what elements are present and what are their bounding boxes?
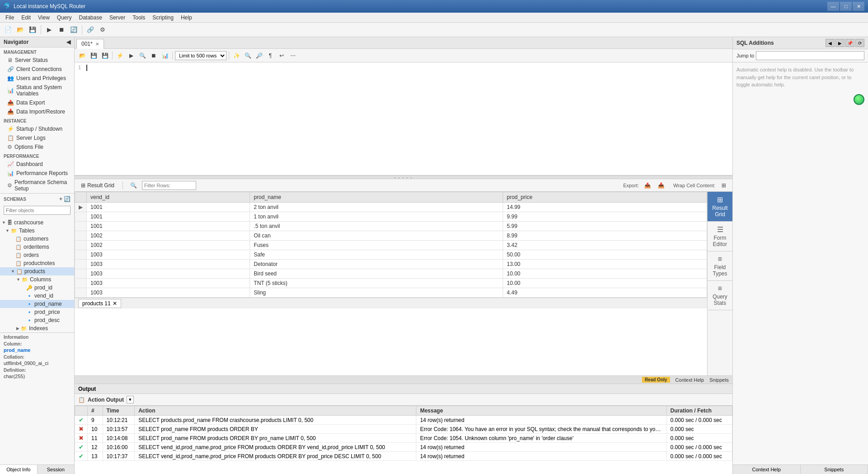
menu-tools[interactable]: Tools bbox=[129, 14, 149, 22]
tree-item-col-prod-price[interactable]: ▶ 🔹 prod_price bbox=[0, 308, 74, 316]
cell-vend-id[interactable]: 1003 bbox=[87, 250, 250, 260]
sidebar-item-server-logs[interactable]: 📋 Server Logs bbox=[0, 133, 74, 142]
menu-scripting[interactable]: Scripting bbox=[149, 14, 177, 22]
sql-nav-forward-btn[interactable]: ▶ bbox=[835, 39, 844, 47]
cell-prod-price[interactable]: 10.00 bbox=[503, 279, 707, 288]
cell-prod-price[interactable]: 4.49 bbox=[503, 288, 707, 298]
output-col-num[interactable]: # bbox=[88, 406, 103, 416]
action-output-dropdown-btn[interactable]: ▾ bbox=[127, 396, 134, 403]
tree-item-crashcourse[interactable]: ▼ 🗄 crashcourse bbox=[0, 218, 74, 227]
toolbar-new-query[interactable]: 📄 bbox=[3, 24, 14, 35]
cell-prod-name[interactable]: 1 ton anvil bbox=[250, 212, 503, 222]
col-header-prod-name[interactable]: prod_name bbox=[250, 192, 503, 203]
tree-item-columns[interactable]: ▼ 📁 Columns bbox=[0, 275, 74, 284]
sidebar-item-status-vars[interactable]: 📊 Status and System Variables bbox=[0, 83, 74, 98]
cell-prod-price[interactable]: 3.42 bbox=[503, 241, 707, 250]
toolbar-execute[interactable]: ▶ bbox=[44, 24, 55, 35]
field-types-action-btn[interactable]: ≡ Field Types bbox=[708, 251, 732, 281]
menu-query[interactable]: Query bbox=[53, 14, 75, 22]
sidebar-item-perf-schema[interactable]: ⚙ Performance Schema Setup bbox=[0, 178, 74, 193]
schemas-add-icon[interactable]: + bbox=[59, 196, 62, 202]
collapse-icon[interactable]: ◀ bbox=[66, 39, 71, 45]
cell-prod-price[interactable]: 14.99 bbox=[503, 203, 707, 212]
menu-server[interactable]: Server bbox=[106, 14, 129, 22]
tree-item-col-prod-desc[interactable]: ▶ 🔹 prod_desc bbox=[0, 316, 74, 324]
result-grid-action-btn[interactable]: ⊞ Result Grid bbox=[708, 192, 732, 222]
jump-to-input[interactable] bbox=[756, 51, 864, 60]
cell-vend-id[interactable]: 1001 bbox=[87, 222, 250, 231]
tree-item-col-prod-id[interactable]: ▶ 🔑 prod_id bbox=[0, 284, 74, 292]
tree-item-tables[interactable]: ▼ 📁 Tables bbox=[0, 227, 74, 235]
toggle-action-output-btn[interactable]: 📊 bbox=[160, 51, 170, 61]
execute-query-btn[interactable]: ⚡ bbox=[115, 51, 125, 61]
save-file-btn[interactable]: 💾 bbox=[89, 51, 99, 61]
output-col-time[interactable]: Time bbox=[103, 406, 135, 416]
cell-prod-name[interactable]: Oil can bbox=[250, 231, 503, 241]
toolbar-settings[interactable]: ⚙ bbox=[97, 24, 108, 35]
toolbar-open[interactable]: 📂 bbox=[15, 24, 26, 35]
query-editor[interactable]: 1 bbox=[75, 62, 732, 175]
cell-prod-name[interactable]: 2 ton anvil bbox=[250, 203, 503, 212]
products-result-tab[interactable]: products 11 ✕ bbox=[78, 299, 121, 308]
open-file-btn[interactable]: 📂 bbox=[77, 51, 87, 61]
limit-rows-select[interactable]: Limit to 500 rows bbox=[175, 51, 226, 60]
import-btn[interactable]: 📥 bbox=[656, 180, 666, 190]
sql-nav-back-btn[interactable]: ◀ bbox=[826, 39, 835, 47]
sidebar-item-data-import[interactable]: 📥 Data Import/Restore bbox=[0, 107, 74, 116]
save-script-btn[interactable]: 💾 bbox=[100, 51, 110, 61]
menu-edit[interactable]: Edit bbox=[18, 14, 34, 22]
cell-prod-price[interactable]: 8.99 bbox=[503, 231, 707, 241]
tree-item-orderitems[interactable]: ▶ 📋 orderitems bbox=[0, 243, 74, 251]
execute-selected-btn[interactable]: ▶ bbox=[126, 51, 136, 61]
tree-item-indexes[interactable]: ▶ 📁 Indexes bbox=[0, 324, 74, 332]
session-tab[interactable]: Session bbox=[38, 465, 75, 474]
snippets-label[interactable]: Snippets bbox=[709, 377, 729, 383]
sidebar-item-options-file[interactable]: ⚙ Options File bbox=[0, 142, 74, 152]
result-grid-tab[interactable]: ⊞ Result Grid bbox=[78, 181, 117, 190]
cell-vend-id[interactable]: 1003 bbox=[87, 279, 250, 288]
output-col-message[interactable]: Message bbox=[416, 406, 667, 416]
menu-help[interactable]: Help bbox=[177, 14, 196, 22]
cell-vend-id[interactable]: 1001 bbox=[87, 212, 250, 222]
output-col-duration[interactable]: Duration / Fetch bbox=[666, 406, 732, 416]
wrap-content-btn[interactable]: ⊞ bbox=[719, 180, 729, 190]
more-btn[interactable]: ⋯ bbox=[288, 51, 298, 61]
cell-prod-price[interactable]: 9.99 bbox=[503, 212, 707, 222]
tree-item-col-vend-id[interactable]: ▶ 🔹 vend_id bbox=[0, 292, 74, 300]
sidebar-item-startup-shutdown[interactable]: ⚡ Startup / Shutdown bbox=[0, 124, 74, 133]
sql-nav-toggle-btn[interactable]: ⟳ bbox=[855, 39, 864, 47]
cell-prod-name[interactable]: Safe bbox=[250, 250, 503, 260]
cell-vend-id[interactable]: 1002 bbox=[87, 231, 250, 241]
execute-explain-btn[interactable]: 🔍 bbox=[137, 51, 147, 61]
cell-prod-price[interactable]: 5.99 bbox=[503, 222, 707, 231]
cell-prod-name[interactable]: TNT (5 sticks) bbox=[250, 279, 503, 288]
horizontal-splitter[interactable]: • • • • • bbox=[75, 175, 732, 179]
col-header-vend-id[interactable]: vend_id bbox=[87, 192, 250, 203]
tab-close-btn[interactable]: ✕ bbox=[95, 42, 99, 47]
toolbar-refresh[interactable]: 🔄 bbox=[68, 24, 79, 35]
cell-vend-id[interactable]: 1003 bbox=[87, 260, 250, 269]
sidebar-item-performance-reports[interactable]: 📊 Performance Reports bbox=[0, 169, 74, 178]
cell-prod-name[interactable]: Sling bbox=[250, 288, 503, 298]
maximize-button[interactable]: □ bbox=[840, 2, 852, 11]
stop-query-btn[interactable]: ⏹ bbox=[149, 51, 159, 61]
context-help-right-tab[interactable]: Context Help bbox=[733, 465, 801, 474]
toolbar-stop[interactable]: ⏹ bbox=[56, 24, 67, 35]
tree-item-customers[interactable]: ▶ 📋 customers bbox=[0, 235, 74, 243]
menu-file[interactable]: File bbox=[2, 14, 18, 22]
wrap-lines-btn[interactable]: ↩ bbox=[277, 51, 287, 61]
filter-rows-input[interactable] bbox=[142, 181, 196, 190]
cell-vend-id[interactable]: 1002 bbox=[87, 241, 250, 250]
sidebar-item-server-status[interactable]: 🖥 Server Status bbox=[0, 56, 74, 65]
menu-database[interactable]: Database bbox=[75, 14, 106, 22]
cell-prod-name[interactable]: Detonator bbox=[250, 260, 503, 269]
cell-prod-price[interactable]: 50.00 bbox=[503, 250, 707, 260]
cell-vend-id[interactable]: 1003 bbox=[87, 288, 250, 298]
beautify-btn[interactable]: ✨ bbox=[231, 51, 241, 61]
object-info-tab[interactable]: Object Info bbox=[0, 465, 38, 474]
tree-item-orders[interactable]: ▶ 📋 orders bbox=[0, 251, 74, 259]
cell-vend-id[interactable]: 1001 bbox=[87, 203, 250, 212]
tree-item-col-prod-name[interactable]: ▶ 🔹 prod_name bbox=[0, 300, 74, 308]
cell-prod-price[interactable]: 13.00 bbox=[503, 260, 707, 269]
snippets-right-tab[interactable]: Snippets bbox=[801, 465, 868, 474]
